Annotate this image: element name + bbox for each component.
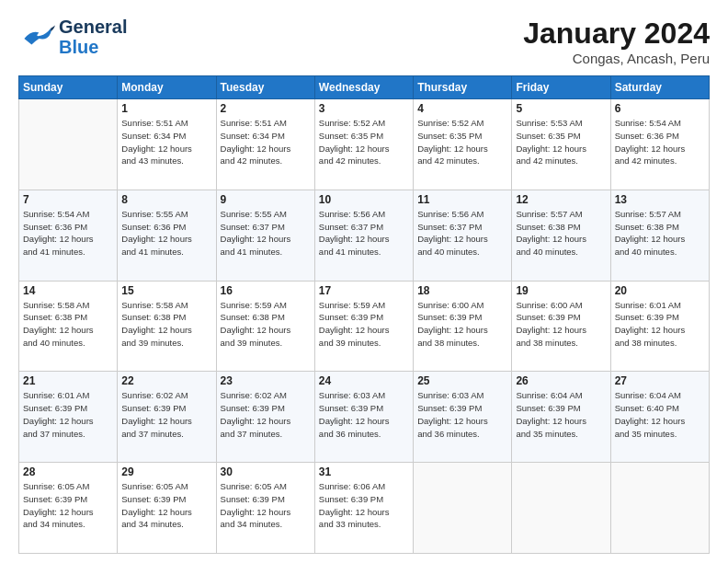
- day-number: 11: [417, 193, 507, 206]
- weekday-header-saturday: Saturday: [610, 76, 709, 99]
- day-info: Sunrise: 6:03 AM Sunset: 6:39 PM Dayligh…: [319, 389, 409, 440]
- calendar-cell: 13Sunrise: 5:57 AM Sunset: 6:38 PM Dayli…: [610, 190, 709, 281]
- logo: General Blue: [18, 17, 127, 57]
- day-info: Sunrise: 5:56 AM Sunset: 6:37 PM Dayligh…: [319, 208, 409, 259]
- calendar-cell: 22Sunrise: 6:02 AM Sunset: 6:39 PM Dayli…: [118, 372, 216, 463]
- day-info: Sunrise: 6:05 AM Sunset: 6:39 PM Dayligh…: [221, 480, 311, 531]
- calendar-cell: 20Sunrise: 6:01 AM Sunset: 6:39 PM Dayli…: [610, 281, 709, 372]
- week-row-1: 1Sunrise: 5:51 AM Sunset: 6:34 PM Daylig…: [19, 99, 710, 190]
- day-number: 19: [516, 284, 606, 297]
- calendar-cell: 25Sunrise: 6:03 AM Sunset: 6:39 PM Dayli…: [414, 372, 512, 463]
- week-row-2: 7Sunrise: 5:54 AM Sunset: 6:36 PM Daylig…: [19, 190, 710, 281]
- weekday-header-thursday: Thursday: [414, 76, 512, 99]
- calendar-cell: 8Sunrise: 5:55 AM Sunset: 6:36 PM Daylig…: [118, 190, 216, 281]
- calendar-cell: 9Sunrise: 5:55 AM Sunset: 6:37 PM Daylig…: [216, 190, 314, 281]
- day-number: 4: [417, 102, 507, 115]
- weekday-header-friday: Friday: [512, 76, 610, 99]
- day-number: 20: [615, 284, 705, 297]
- page: General Blue January 2024 Congas, Ancash…: [0, 0, 728, 563]
- day-number: 24: [319, 374, 409, 387]
- day-info: Sunrise: 5:58 AM Sunset: 6:38 PM Dayligh…: [121, 299, 211, 350]
- day-number: 12: [516, 193, 606, 206]
- day-info: Sunrise: 6:04 AM Sunset: 6:39 PM Dayligh…: [516, 389, 606, 440]
- calendar-cell: 24Sunrise: 6:03 AM Sunset: 6:39 PM Dayli…: [314, 372, 413, 463]
- day-info: Sunrise: 5:54 AM Sunset: 6:36 PM Dayligh…: [23, 208, 113, 259]
- day-number: 1: [121, 102, 211, 115]
- calendar-cell: 31Sunrise: 6:06 AM Sunset: 6:39 PM Dayli…: [314, 463, 413, 554]
- day-info: Sunrise: 6:00 AM Sunset: 6:39 PM Dayligh…: [516, 299, 606, 350]
- day-info: Sunrise: 6:01 AM Sunset: 6:39 PM Dayligh…: [23, 389, 113, 440]
- calendar-cell: 23Sunrise: 6:02 AM Sunset: 6:39 PM Dayli…: [216, 372, 314, 463]
- day-number: 22: [121, 374, 211, 387]
- day-number: 2: [221, 102, 311, 115]
- calendar-cell: 15Sunrise: 5:58 AM Sunset: 6:38 PM Dayli…: [118, 281, 216, 372]
- calendar-cell: 2Sunrise: 5:51 AM Sunset: 6:34 PM Daylig…: [216, 99, 314, 190]
- day-info: Sunrise: 6:02 AM Sunset: 6:39 PM Dayligh…: [121, 389, 211, 440]
- day-number: 13: [615, 193, 705, 206]
- day-info: Sunrise: 6:00 AM Sunset: 6:39 PM Dayligh…: [417, 299, 507, 350]
- calendar-cell: 1Sunrise: 5:51 AM Sunset: 6:34 PM Daylig…: [118, 99, 216, 190]
- title-block: January 2024 Congas, Ancash, Peru: [523, 17, 710, 66]
- calendar-cell: 4Sunrise: 5:52 AM Sunset: 6:35 PM Daylig…: [414, 99, 512, 190]
- day-number: 10: [319, 193, 409, 206]
- day-info: Sunrise: 5:57 AM Sunset: 6:38 PM Dayligh…: [516, 208, 606, 259]
- calendar-cell: 11Sunrise: 5:56 AM Sunset: 6:37 PM Dayli…: [414, 190, 512, 281]
- weekday-header-monday: Monday: [118, 76, 216, 99]
- day-number: 18: [417, 284, 507, 297]
- day-number: 8: [121, 193, 211, 206]
- day-number: 30: [221, 465, 311, 478]
- day-info: Sunrise: 5:55 AM Sunset: 6:36 PM Dayligh…: [121, 208, 211, 259]
- day-info: Sunrise: 6:06 AM Sunset: 6:39 PM Dayligh…: [319, 480, 409, 531]
- day-info: Sunrise: 6:05 AM Sunset: 6:39 PM Dayligh…: [23, 480, 113, 531]
- day-number: 23: [221, 374, 311, 387]
- calendar-cell: [610, 463, 709, 554]
- day-number: 7: [23, 193, 113, 206]
- day-number: 14: [23, 284, 113, 297]
- day-info: Sunrise: 5:54 AM Sunset: 6:36 PM Dayligh…: [615, 117, 705, 167]
- calendar-cell: 18Sunrise: 6:00 AM Sunset: 6:39 PM Dayli…: [414, 281, 512, 372]
- weekday-header-row: SundayMondayTuesdayWednesdayThursdayFrid…: [19, 76, 710, 99]
- day-info: Sunrise: 5:58 AM Sunset: 6:38 PM Dayligh…: [23, 299, 113, 350]
- logo-icon: [18, 24, 55, 50]
- calendar-cell: 26Sunrise: 6:04 AM Sunset: 6:39 PM Dayli…: [512, 372, 610, 463]
- day-info: Sunrise: 6:03 AM Sunset: 6:39 PM Dayligh…: [417, 389, 507, 440]
- calendar-cell: [414, 463, 512, 554]
- day-info: Sunrise: 5:52 AM Sunset: 6:35 PM Dayligh…: [417, 117, 507, 167]
- day-info: Sunrise: 5:56 AM Sunset: 6:37 PM Dayligh…: [417, 208, 507, 259]
- day-info: Sunrise: 5:52 AM Sunset: 6:35 PM Dayligh…: [319, 117, 409, 167]
- day-info: Sunrise: 5:55 AM Sunset: 6:37 PM Dayligh…: [221, 208, 311, 259]
- day-info: Sunrise: 5:53 AM Sunset: 6:35 PM Dayligh…: [516, 117, 606, 167]
- day-number: 15: [121, 284, 211, 297]
- calendar-cell: 19Sunrise: 6:00 AM Sunset: 6:39 PM Dayli…: [512, 281, 610, 372]
- calendar-cell: [512, 463, 610, 554]
- day-info: Sunrise: 6:04 AM Sunset: 6:40 PM Dayligh…: [615, 389, 705, 440]
- weekday-header-sunday: Sunday: [19, 76, 118, 99]
- calendar-table: SundayMondayTuesdayWednesdayThursdayFrid…: [18, 75, 710, 554]
- calendar-cell: 6Sunrise: 5:54 AM Sunset: 6:36 PM Daylig…: [610, 99, 709, 190]
- calendar-cell: 7Sunrise: 5:54 AM Sunset: 6:36 PM Daylig…: [19, 190, 118, 281]
- calendar-cell: [19, 99, 118, 190]
- calendar-cell: 29Sunrise: 6:05 AM Sunset: 6:39 PM Dayli…: [118, 463, 216, 554]
- calendar-cell: 16Sunrise: 5:59 AM Sunset: 6:38 PM Dayli…: [216, 281, 314, 372]
- day-number: 28: [23, 465, 113, 478]
- calendar-cell: 30Sunrise: 6:05 AM Sunset: 6:39 PM Dayli…: [216, 463, 314, 554]
- calendar-cell: 5Sunrise: 5:53 AM Sunset: 6:35 PM Daylig…: [512, 99, 610, 190]
- day-info: Sunrise: 5:51 AM Sunset: 6:34 PM Dayligh…: [121, 117, 211, 167]
- day-number: 6: [615, 102, 705, 115]
- day-info: Sunrise: 5:51 AM Sunset: 6:34 PM Dayligh…: [221, 117, 311, 167]
- logo-text: General Blue: [59, 17, 127, 57]
- day-number: 25: [417, 374, 507, 387]
- calendar-cell: 17Sunrise: 5:59 AM Sunset: 6:39 PM Dayli…: [314, 281, 413, 372]
- day-number: 26: [516, 374, 606, 387]
- weekday-header-tuesday: Tuesday: [216, 76, 314, 99]
- week-row-5: 28Sunrise: 6:05 AM Sunset: 6:39 PM Dayli…: [19, 463, 710, 554]
- day-info: Sunrise: 5:59 AM Sunset: 6:39 PM Dayligh…: [319, 299, 409, 350]
- calendar-cell: 28Sunrise: 6:05 AM Sunset: 6:39 PM Dayli…: [19, 463, 118, 554]
- day-number: 21: [23, 374, 113, 387]
- day-info: Sunrise: 6:01 AM Sunset: 6:39 PM Dayligh…: [615, 299, 705, 350]
- day-info: Sunrise: 5:59 AM Sunset: 6:38 PM Dayligh…: [221, 299, 311, 350]
- calendar-cell: 27Sunrise: 6:04 AM Sunset: 6:40 PM Dayli…: [610, 372, 709, 463]
- day-number: 17: [319, 284, 409, 297]
- calendar-cell: 12Sunrise: 5:57 AM Sunset: 6:38 PM Dayli…: [512, 190, 610, 281]
- day-info: Sunrise: 5:57 AM Sunset: 6:38 PM Dayligh…: [615, 208, 705, 259]
